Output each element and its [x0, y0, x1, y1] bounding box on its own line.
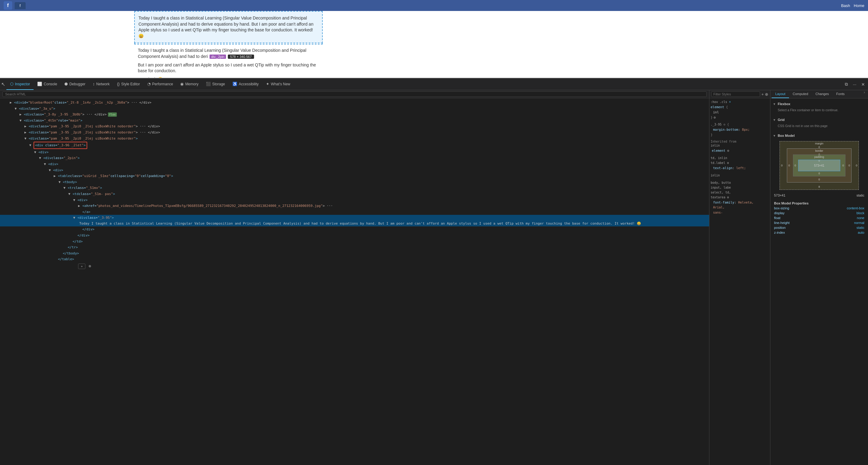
expand-arrow[interactable]: ▶: [24, 130, 29, 135]
padding-right-val[interactable]: 0: [842, 164, 844, 167]
cursor-icon[interactable]: ↖: [1, 81, 5, 87]
tab-inspector[interactable]: ⬡ Inspector: [6, 78, 34, 90]
bm-prop-row: position static: [773, 225, 866, 230]
expand-arrow[interactable]: ▼: [73, 215, 78, 221]
expand-arrow[interactable]: ▼: [29, 143, 34, 148]
whats-new-icon: ✦: [266, 82, 269, 86]
box-model-properties: Box Model Properties box-sizing content-…: [773, 200, 866, 235]
expand-arrow[interactable]: ▼: [34, 150, 38, 155]
tooltip-tag: div._2pin: [210, 55, 226, 59]
bm-prop-val: static: [857, 226, 864, 229]
box-model-section: ▼ Box Model margin 0 8 0 0: [773, 133, 866, 235]
border-right-val[interactable]: 0: [848, 164, 850, 167]
bm-prop-val: content-box: [847, 206, 864, 210]
box-model-header[interactable]: ▼ Box Model: [773, 133, 866, 139]
expand-arrow[interactable]: ▶: [20, 112, 24, 117]
network-icon: ↕: [93, 82, 95, 86]
panel-chevron[interactable]: ›: [862, 90, 867, 98]
expand-arrow[interactable]: ▼: [24, 136, 29, 141]
tree-line: ▼ <tbody>: [0, 179, 709, 185]
fb-post-normal: Today I taught a class in Statistical Le…: [134, 44, 323, 78]
tab-debugger[interactable]: ⬢ Debugger: [61, 78, 89, 90]
tab-accessibility[interactable]: ♿ Accessibility: [229, 78, 262, 90]
add-rule-btn[interactable]: +: [729, 100, 731, 104]
more-tools-btn[interactable]: ···: [851, 81, 858, 88]
settings-icon[interactable]: ⚙: [714, 115, 715, 120]
expand-arrow[interactable]: ▼: [20, 118, 24, 124]
bm-prop-name: box-sizing: [774, 206, 789, 210]
css-panel-content: :hov .cls + element { inl } ⚙ ._3-95 ⊙ {…: [709, 98, 770, 465]
margin-left-val[interactable]: 0: [781, 164, 783, 167]
expand-arrow[interactable]: ▼: [49, 168, 53, 173]
grid-header[interactable]: ▼ Grid: [773, 117, 866, 123]
css-filter-input[interactable]: [711, 91, 760, 97]
expand-arrow[interactable]: ▶: [10, 100, 14, 105]
tree-line: </tr>: [0, 244, 709, 251]
tree-line: ▼ <div>: [0, 197, 709, 203]
expand-arrow[interactable]: ▼: [59, 179, 63, 185]
padding-left-val[interactable]: 0: [795, 164, 796, 167]
tree-line-selected[interactable]: ▼ <div class="_3-95">: [0, 215, 709, 221]
margin-bottom-val[interactable]: 8: [818, 185, 820, 188]
responsive-design-btn[interactable]: ⧉: [843, 80, 850, 88]
tab-network[interactable]: ↕ Network: [89, 78, 114, 90]
home-link[interactable]: Home: [854, 3, 864, 8]
tab-layout[interactable]: Layout: [772, 90, 789, 98]
filter-options-btn[interactable]: +: [761, 92, 764, 97]
add-node-btn[interactable]: +: [78, 264, 85, 269]
settings-icon2[interactable]: ⚙: [727, 149, 729, 152]
expand-arrow[interactable]: ▼: [63, 185, 68, 191]
inspector-icon: ⬡: [10, 82, 13, 86]
expand-arrow[interactable]: ▼: [39, 156, 43, 161]
right-panel-content: ▼ Flexbox Select a Flex container or ite…: [770, 98, 868, 465]
tab-changes[interactable]: Changes: [812, 90, 833, 98]
tree-line-highlighted[interactable]: ▼ <div class="_3-96 _2let">: [0, 141, 709, 149]
post-body: But I am poor and can't afford an Apple …: [138, 62, 319, 74]
style-editor-icon: {}: [117, 82, 120, 86]
expand-arrow[interactable]: ▶: [24, 124, 29, 129]
bash-link[interactable]: Bash: [841, 3, 850, 8]
expand-arrow[interactable]: ▶: [54, 173, 58, 179]
right-panel: Layout Computed Changes Fonts › ▼ Flexbo…: [770, 90, 868, 465]
grid-label: Grid: [778, 118, 785, 122]
tab-performance[interactable]: ◔ Performance: [144, 78, 177, 90]
tab-memory[interactable]: ◉ Memory: [177, 78, 202, 90]
tab-console[interactable]: ⬜ Console: [34, 78, 61, 90]
devtools-content: ▶ <div id="bluebarRoot" class="_2t-8 _1s…: [0, 90, 868, 465]
inspect-btn[interactable]: ⊕: [765, 92, 768, 97]
expand-arrow[interactable]: ▶: [78, 203, 82, 209]
fb-icon: f: [4, 1, 12, 10]
flexbox-header[interactable]: ▼ Flexbox: [773, 101, 866, 107]
css-rule: inlin element ⚙: [711, 143, 769, 153]
settings-icon4[interactable]: ⚙: [727, 196, 729, 199]
tab-style-editor[interactable]: {} Style Editor: [114, 78, 144, 90]
tab-computed[interactable]: Computed: [789, 90, 812, 98]
search-input[interactable]: [2, 91, 707, 97]
settings-icon3[interactable]: ⚙: [727, 161, 729, 165]
pick-element-btn[interactable]: ⊕: [87, 264, 93, 269]
margin-right-val[interactable]: 0: [856, 164, 857, 167]
tab-whats-new[interactable]: ✦ What's New: [262, 78, 294, 90]
browser-nav: Bash Home: [841, 3, 864, 8]
bm-prop-name: position: [774, 226, 786, 229]
padding-bottom-val[interactable]: 0: [818, 172, 820, 175]
border-bottom-val[interactable]: 0: [818, 178, 820, 181]
box-model-label: Box Model: [778, 134, 795, 137]
tab-storage[interactable]: ⬛ Storage: [202, 78, 229, 90]
size-info: 573×41 static: [773, 192, 866, 198]
fb-post-highlighted: Today I taught a class in Statistical Le…: [134, 11, 323, 43]
expand-arrow[interactable]: ▼: [14, 106, 19, 111]
browser-tab[interactable]: f: [14, 2, 26, 9]
expand-arrow[interactable]: ▼: [44, 162, 48, 167]
expand-arrow[interactable]: ▼: [73, 197, 78, 203]
css-rule: body, butto input, labe select, td, text…: [711, 180, 769, 215]
bm-prop-name: float: [774, 216, 780, 220]
expand-arrow[interactable]: ▼: [68, 191, 72, 197]
tab-fonts[interactable]: Fonts: [833, 90, 848, 98]
border-left-val[interactable]: 0: [788, 164, 790, 167]
flex-badge: flex: [108, 112, 117, 117]
flexbox-arrow: ▼: [773, 102, 776, 106]
close-devtools-btn[interactable]: ✕: [860, 81, 867, 88]
tree-line: ▼ <td class="_51m- pas">: [0, 191, 709, 197]
bm-prop-val: auto: [858, 231, 864, 234]
